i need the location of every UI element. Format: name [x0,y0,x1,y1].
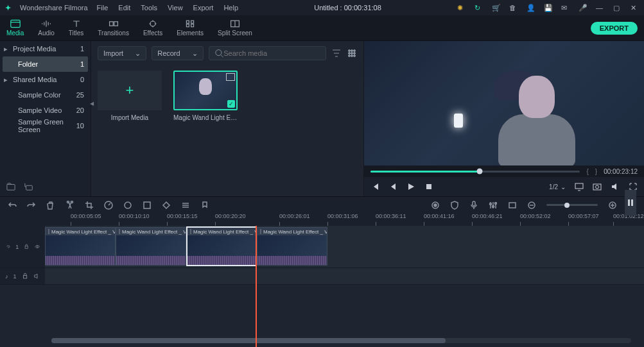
search-field[interactable] [223,49,320,57]
speaker-icon[interactable] [33,273,40,280]
snapshot-icon[interactable] [593,182,602,191]
message-icon[interactable]: ✉ [561,4,570,12]
grid-view-icon[interactable] [347,48,357,58]
menu-file[interactable]: File [97,4,109,12]
zoom-ratio-dropdown[interactable]: 1/2⌄ [549,183,566,190]
timeline-clip[interactable]: Magic Wand Light Effect _ V [45,227,116,266]
record-vo-icon[interactable] [431,201,440,210]
prev-frame-icon[interactable] [370,182,379,191]
crop-icon[interactable] [85,201,94,210]
import-dropdown[interactable]: Import⌄ [98,46,146,60]
maximize-icon[interactable]: ▢ [613,4,622,12]
menu-tools[interactable]: Tools [141,4,157,12]
tab-media[interactable]: Media [6,19,24,37]
zoom-out-icon[interactable] [527,201,536,210]
sidebar-collapse-handle[interactable] [90,99,95,106]
star-icon[interactable]: ✺ [457,4,466,12]
timeline-ruler[interactable]: 00:00:05:0500:00:10:1000:00:15:1500:00:2… [0,213,644,226]
cart-icon[interactable]: 🛒 [492,4,500,12]
svg-rect-21 [426,184,431,189]
preview-seekbar[interactable] [370,171,580,173]
import-media-thumb[interactable]: + Import Media [98,71,162,121]
volume-icon[interactable] [611,182,620,191]
split-icon[interactable] [65,201,74,210]
svg-rect-42 [25,246,28,248]
sidebar-item-sample-video[interactable]: Sample Video20 [0,103,91,118]
shield-icon[interactable] [450,201,459,210]
render-icon[interactable] [508,201,517,210]
tab-audio[interactable]: Audio [38,19,55,37]
sidebar-item-sample-green[interactable]: Sample Green Screen10 [0,118,91,133]
mark-out-icon[interactable]: } [595,168,597,175]
preview-screen[interactable] [364,41,644,165]
svg-rect-7 [191,24,194,27]
search-media-input[interactable] [209,46,326,60]
filter-icon[interactable] [331,48,342,58]
mic-tool-icon[interactable] [469,201,478,210]
tab-titles[interactable]: Titles [69,19,84,37]
svg-rect-9 [7,185,15,190]
zoom-slider[interactable] [546,204,598,206]
delete-icon[interactable] [46,201,55,210]
eye-icon[interactable] [35,243,40,250]
video-track: 1 Magic Wand Light Effect _ VMagic Wand … [0,226,644,268]
audio-lane[interactable] [45,268,644,284]
step-back-icon[interactable] [388,182,397,191]
save-icon[interactable]: 💾 [544,4,552,12]
greenscreen-icon[interactable] [143,201,152,210]
mic-icon[interactable]: 🎤 [579,4,587,12]
svg-rect-41 [631,199,633,206]
record-dropdown[interactable]: Record⌄ [152,46,203,60]
export-button[interactable]: EXPORT [591,22,638,35]
speed-icon[interactable] [104,201,113,210]
redo-icon[interactable] [27,201,36,210]
svg-rect-6 [187,24,189,27]
close-icon[interactable]: ✕ [631,4,639,12]
lock-icon[interactable] [24,243,29,250]
color-icon[interactable] [123,201,132,210]
keyframe-icon[interactable] [162,201,171,210]
undo-icon[interactable] [8,201,17,210]
new-subfolder-icon[interactable] [24,182,33,191]
svg-rect-5 [191,21,194,23]
audio-track-header[interactable]: ♪ 1 [0,268,45,284]
monitor-icon[interactable] [575,182,584,191]
timeline-clip[interactable]: Magic Wand Light Effect _ V [116,227,186,266]
svg-point-13 [351,50,353,52]
video-lane[interactable]: Magic Wand Light Effect _ VMagic Wand Li… [45,226,644,267]
menu-view[interactable]: View [168,4,183,12]
video-track-header[interactable]: 1 [0,226,45,267]
tab-effects[interactable]: Effects [143,19,162,37]
render-preview-button[interactable] [625,190,636,216]
menu-export[interactable]: Export [193,4,214,12]
audio-track: ♪ 1 [0,268,644,285]
timeline-scrollbar[interactable] [51,338,631,343]
menu-edit[interactable]: Edit [118,4,130,12]
sidebar-item-folder[interactable]: Folder1 [3,56,88,72]
stop-icon[interactable] [424,182,433,191]
play-icon[interactable] [406,182,415,191]
ruler-tick: 00:00:26:01 [279,213,310,219]
sidebar-item-shared-media[interactable]: ▸Shared Media0 [0,72,91,87]
sidebar-item-sample-color[interactable]: Sample Color25 [0,87,91,103]
tab-splitscreen[interactable]: Split Screen [218,19,252,37]
marker-icon[interactable] [200,201,209,210]
media-clip-thumb[interactable]: ✓ Magic Wand Light Effec... [173,71,238,121]
refresh-icon[interactable]: ↻ [474,4,483,12]
user-icon[interactable]: 👤 [527,4,535,12]
timeline-clip[interactable]: Magic Wand Light Effect _ V [186,226,257,266]
adjust-icon[interactable] [181,201,190,210]
zoom-in-icon[interactable] [608,201,617,210]
tab-elements[interactable]: Elements [177,19,204,37]
lock-icon[interactable] [22,273,28,280]
new-folder-icon[interactable] [6,182,15,191]
tab-transitions[interactable]: Transitions [98,19,129,37]
mark-in-icon[interactable]: { [586,168,588,175]
trash-icon[interactable]: 🗑 [509,4,518,12]
sidebar-item-project-media[interactable]: ▸Project Media1 [0,41,91,56]
menu-help[interactable]: Help [223,4,238,12]
mixer-icon[interactable] [489,201,498,210]
timeline-clip[interactable]: Magic Wand Light Effect _ V [257,227,327,266]
minimize-icon[interactable]: — [596,4,604,12]
playhead[interactable] [256,226,257,347]
